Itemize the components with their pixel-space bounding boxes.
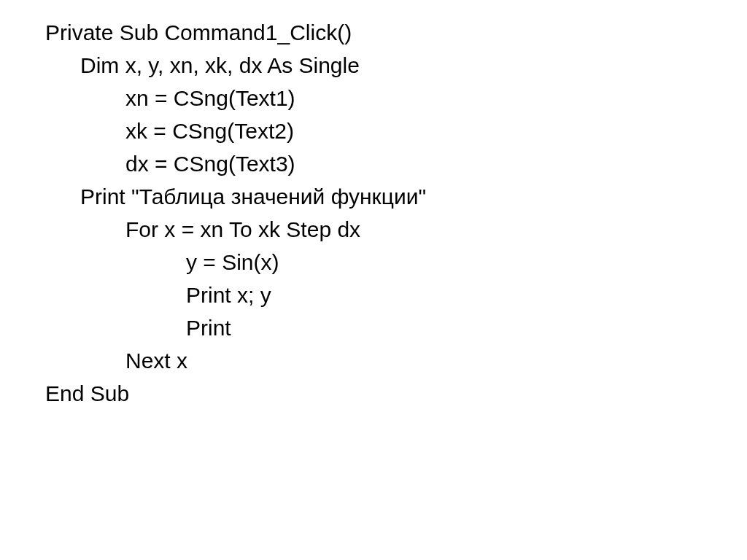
code-line: xn = CSng(Text1) [0,82,747,114]
code-line: Print x; y [0,279,747,311]
code-line: End Sub [0,377,747,410]
code-line: y = Sin(x) [0,246,747,279]
code-line: xk = CSng(Text2) [0,114,747,147]
code-line: Private Sub Command1_Click() [0,16,747,49]
code-line: Print "Таблица значений функции" [0,180,747,213]
code-line: dx = CSng(Text3) [0,147,747,180]
code-block: Private Sub Command1_Click() Dim x, y, x… [0,0,747,410]
code-line: For x = xn To xk Step dx [0,213,747,246]
code-line: Dim x, y, xn, xk, dx As Single [0,49,747,82]
code-line: Next x [0,344,747,377]
code-line: Print [0,311,747,344]
